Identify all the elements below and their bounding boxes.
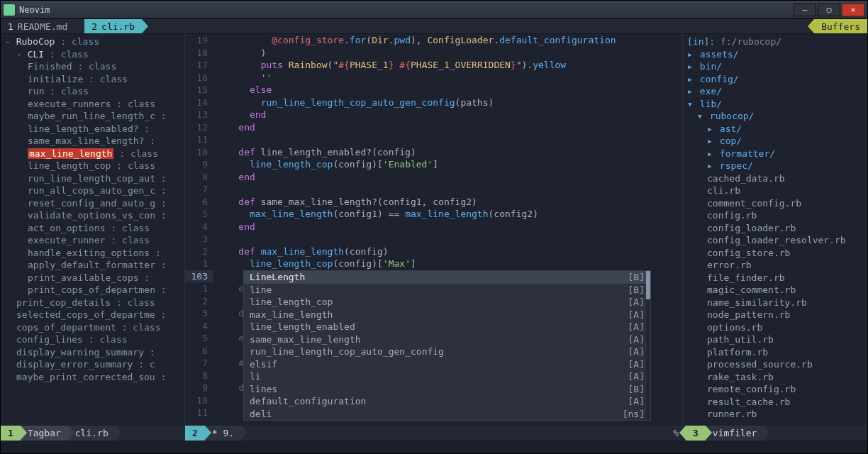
tag-method[interactable]: display_error_summary : c	[5, 358, 180, 371]
completion-item[interactable]: max_line_length[A]	[244, 309, 650, 321]
code-line[interactable]: 12 end	[185, 121, 682, 134]
close-button[interactable]: ✕	[842, 4, 864, 16]
completion-item[interactable]: li[A]	[244, 370, 650, 383]
completion-item[interactable]: lines[B]	[244, 383, 650, 396]
code-line[interactable]: 17 puts Rainbow("#{PHASE_1} #{PHASE_1_OV…	[185, 59, 682, 72]
command-line[interactable]	[1, 441, 867, 453]
filetree-file[interactable]: config_loader.rb	[687, 222, 863, 235]
filetree-file[interactable]: cached_data.rb	[687, 172, 863, 185]
filetree-dir[interactable]: ▸ config/	[687, 73, 863, 86]
filetree-dir[interactable]: ▸ rspec/	[687, 160, 863, 172]
filetree-file[interactable]: error.rb	[687, 259, 863, 272]
filetree-dir[interactable]: ▸ ast/	[687, 123, 863, 135]
filetree-file[interactable]: name_similarity.rb	[687, 297, 863, 309]
filetree-file[interactable]: platform.rb	[687, 346, 863, 359]
code-line[interactable]: 2 def max_line_length(config)	[185, 245, 682, 258]
completion-item[interactable]: default_configuration[A]	[244, 395, 650, 408]
filetree-file[interactable]: config.rb	[687, 209, 863, 222]
filetree-dir[interactable]: ▸ bin/	[687, 60, 863, 73]
code-line[interactable]: 15 else	[185, 84, 682, 96]
popup-scrollbar[interactable]	[646, 271, 650, 420]
minimize-button[interactable]: —	[794, 4, 816, 16]
tag-method[interactable]: display_warning_summary :	[5, 346, 180, 359]
filetree-file[interactable]: d processed_source.rb	[687, 358, 863, 371]
tag-method[interactable]: execute_runners : class	[5, 98, 180, 111]
tag-method[interactable]: validate_options_vs_con :	[5, 209, 180, 222]
tag-method[interactable]: maybe_run_line_length_c :	[5, 110, 180, 123]
tab-readme[interactable]: 1 README.md	[1, 19, 74, 33]
tag-method[interactable]: reset_config_and_auto_g :	[5, 197, 180, 210]
filetree-file[interactable]: options.rb	[687, 321, 863, 334]
tag-method[interactable]: line_length_enabled? :	[5, 123, 180, 135]
tag-method[interactable]: cops_of_department : class	[5, 321, 180, 334]
code-line[interactable]: 3	[185, 233, 682, 245]
code-line[interactable]: 4 end	[185, 221, 682, 233]
code-line[interactable]: 1 line_length_cop(config)['Max']	[185, 258, 682, 270]
completion-item[interactable]: line_length_cop[A]	[244, 296, 650, 309]
filetree-file[interactable]: runner.rb	[687, 408, 863, 421]
filetree-file[interactable]: path_util.rb	[687, 333, 863, 346]
buffers-indicator[interactable]: Buffers	[814, 19, 867, 33]
tag-method[interactable]: handle_exiting_options :	[5, 247, 180, 260]
tag-method[interactable]: act_on_options : class	[5, 222, 180, 235]
filetree-dir[interactable]: ▾ lib/	[687, 98, 863, 111]
code-line[interactable]: 18 )	[185, 47, 682, 60]
tag-method[interactable]: max_line_length : class	[5, 148, 180, 160]
filetree-dir[interactable]: ▸ assets/	[687, 48, 863, 61]
tag-method[interactable]: apply_default_formatter :	[5, 259, 180, 272]
filetree-file[interactable]: remote_config.rb	[687, 383, 863, 396]
tag-method[interactable]: same_max_line_length? :	[5, 135, 180, 148]
tag-method[interactable]: run_line_length_cop_aut :	[5, 172, 180, 185]
code-line[interactable]: 19 @config_store.for(Dir.pwd), ConfigLoa…	[185, 34, 682, 47]
filetree-dir[interactable]: ▸ exe/	[687, 85, 863, 98]
editor-pane[interactable]: 19 @config_store.for(Dir.pwd), ConfigLoa…	[185, 34, 683, 426]
completion-item[interactable]: elsif[A]	[244, 358, 650, 371]
tag-method[interactable]: config_lines : class	[5, 333, 180, 346]
completion-item[interactable]: line_length_enabled[A]	[244, 321, 650, 333]
filetree-file[interactable]: magic_comment.rb	[687, 284, 863, 297]
code-line[interactable]: 16 ''	[185, 72, 682, 84]
filetree-file[interactable]: comment_config.rb	[687, 197, 863, 210]
code-line[interactable]: 14 run_line_length_cop_auto_gen_config(p…	[185, 96, 682, 109]
tag-method[interactable]: maybe_print_corrected_sou :	[5, 371, 180, 384]
completion-item[interactable]: same_max_line_length[A]	[244, 333, 650, 346]
filetree-file[interactable]: result_cache.rb	[687, 396, 863, 409]
tag-method[interactable]: execute_runner : class	[5, 234, 180, 247]
completion-item[interactable]: run_line_length_cop_auto_gen_config[A]	[244, 345, 650, 358]
popup-scrollbar-thumb[interactable]	[646, 271, 650, 299]
code-line[interactable]: 11	[185, 133, 682, 146]
filetree-file[interactable]: cli.rb	[687, 184, 863, 197]
filetree-dir[interactable]: ▸ formatter/	[687, 148, 863, 160]
filetree-pane[interactable]: [in]: f:/rubocop/ ▸ assets/▸ bin/▸ confi…	[683, 34, 867, 426]
filetree-file[interactable]: rake_task.rb	[687, 371, 863, 384]
code-line[interactable]: 13 end	[185, 109, 682, 121]
tag-method[interactable]: selected_cops_of_departme :	[5, 309, 180, 321]
code-line[interactable]: 9 line_length_cop(config)['Enabled']	[185, 158, 682, 171]
tag-class-rubocop[interactable]: - RuboCop : class	[5, 35, 180, 48]
completion-item[interactable]: LineLength[B]	[244, 271, 650, 284]
code-line[interactable]: 7	[185, 183, 682, 196]
filetree-file[interactable]: file_finder.rb	[687, 272, 863, 284]
maximize-button[interactable]: ▢	[818, 4, 840, 16]
tag-method[interactable]: print_cop_details : class	[5, 297, 180, 309]
editor-content[interactable]: 19 @config_store.for(Dir.pwd), ConfigLoa…	[185, 34, 682, 426]
completion-item[interactable]: deli[ns]	[244, 408, 650, 421]
code-line[interactable]: 6 def same_max_line_length?(config1, con…	[185, 196, 682, 209]
titlebar[interactable]: Neovim — ▢ ✕	[1, 1, 867, 19]
tag-class-cli[interactable]: - CLI : class	[5, 48, 180, 61]
tag-method[interactable]: line_length_cop : class	[5, 160, 180, 172]
code-line[interactable]: 8 end	[185, 171, 682, 184]
completion-item[interactable]: line[B]	[244, 284, 650, 297]
filetree-dir[interactable]: ▸ cop/	[687, 135, 863, 148]
tab-cli[interactable]: 2 cli.rb	[84, 19, 142, 33]
filetree-dir[interactable]: ▾ rubocop/	[687, 110, 863, 123]
tag-method[interactable]: print_available_cops :	[5, 272, 180, 284]
filetree-file[interactable]: node_pattern.rb	[687, 309, 863, 321]
tagbar-pane[interactable]: - RuboCop : class - CLI : class Finished…	[1, 34, 185, 426]
completion-popup[interactable]: LineLength[B]line[B]line_length_cop[A]ma…	[243, 270, 651, 421]
tag-method[interactable]: initialize : class	[5, 73, 180, 86]
filetree-file[interactable]: config_store.rb	[687, 247, 863, 260]
tag-method[interactable]: run : class	[5, 85, 180, 98]
tag-method[interactable]: Finished : class	[5, 60, 180, 73]
code-line[interactable]: 10 def line_length_enabled?(config)	[185, 146, 682, 159]
